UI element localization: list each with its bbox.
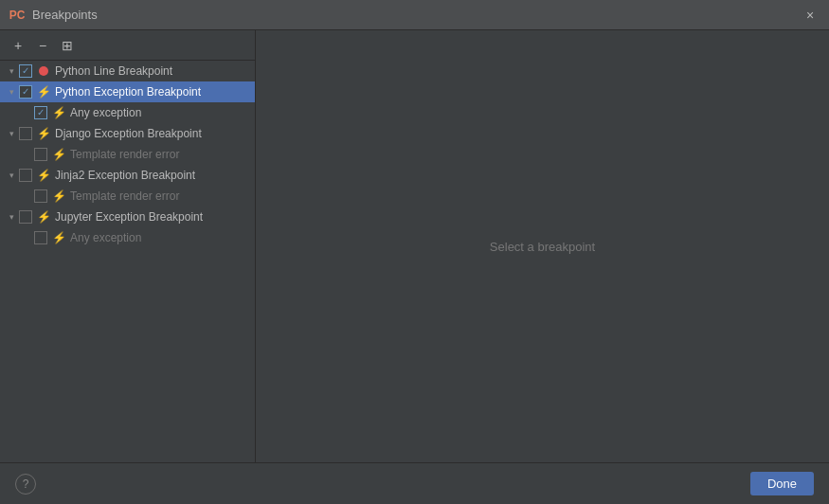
label-jupyter-exception-any: Any exception (70, 231, 141, 244)
icon-python-exception: ⚡ (36, 84, 51, 99)
label-django-exception-template: Template render error (70, 148, 179, 161)
label-python-exception-any: Any exception (70, 106, 141, 119)
checkbox-python-line[interactable] (19, 64, 32, 78)
right-panel: Select a breakpoint (256, 30, 829, 462)
tree-item-django-exception[interactable]: ⚡Django Exception Breakpoint (0, 123, 255, 144)
icon-django-exception-template: ⚡ (51, 147, 66, 162)
remove-button[interactable]: − (32, 35, 53, 56)
expand-arrow-jupyter-exception[interactable] (4, 209, 19, 225)
tree-item-python-exception[interactable]: ⚡Python Exception Breakpoint (0, 81, 255, 102)
left-panel: + − ⊞ Python Line Breakpoint⚡Python Exce… (0, 30, 256, 462)
icon-jinja2-exception: ⚡ (36, 168, 51, 183)
help-button[interactable]: ? (15, 474, 36, 495)
add-button[interactable]: + (8, 35, 28, 56)
expand-arrow-jinja2-exception[interactable] (4, 168, 19, 183)
checkbox-django-exception[interactable] (19, 127, 32, 140)
toolbar: + − ⊞ (0, 30, 255, 61)
checkbox-python-exception[interactable] (19, 85, 32, 99)
checkbox-django-exception-template[interactable] (34, 148, 47, 161)
icon-jupyter-exception-any: ⚡ (51, 230, 66, 245)
tree-item-jinja2-exception-template[interactable]: ⚡Template render error (0, 186, 255, 207)
done-button[interactable]: Done (750, 472, 814, 495)
checkbox-jinja2-exception[interactable] (19, 169, 32, 182)
dialog-title: Breakpoints (32, 8, 801, 22)
breakpoint-tree: Python Line Breakpoint⚡Python Exception … (0, 61, 255, 462)
app-icon: PC (9, 8, 25, 23)
tree-item-jinja2-exception[interactable]: ⚡Jinja2 Exception Breakpoint (0, 165, 255, 186)
expand-arrow-django-exception[interactable] (4, 126, 19, 141)
close-button[interactable]: × (801, 6, 820, 25)
icon-python-line (36, 63, 51, 79)
label-jupyter-exception: Jupyter Exception Breakpoint (55, 210, 203, 224)
icon-jupyter-exception: ⚡ (36, 209, 51, 225)
main-content: + − ⊞ Python Line Breakpoint⚡Python Exce… (0, 30, 829, 462)
checkbox-jupyter-exception[interactable] (19, 210, 32, 224)
view-button[interactable]: ⊞ (57, 35, 78, 56)
checkbox-jinja2-exception-template[interactable] (34, 189, 47, 203)
icon-jinja2-exception-template: ⚡ (51, 189, 66, 204)
checkbox-jupyter-exception-any[interactable] (34, 231, 47, 244)
label-python-line: Python Line Breakpoint (55, 64, 172, 78)
label-python-exception: Python Exception Breakpoint (55, 85, 201, 99)
tree-item-python-line[interactable]: Python Line Breakpoint (0, 61, 255, 81)
tree-item-jupyter-exception-any[interactable]: ⚡Any exception (0, 227, 255, 248)
label-jinja2-exception-template: Template render error (70, 189, 179, 203)
tree-item-django-exception-template[interactable]: ⚡Template render error (0, 144, 255, 165)
footer: ? Done (0, 462, 829, 504)
tree-item-python-exception-any[interactable]: ⚡Any exception (0, 102, 255, 123)
title-bar: PC Breakpoints × (0, 0, 829, 30)
expand-arrow-python-exception[interactable] (4, 84, 19, 99)
tree-item-jupyter-exception[interactable]: ⚡Jupyter Exception Breakpoint (0, 207, 255, 227)
select-breakpoint-hint: Select a breakpoint (490, 240, 595, 254)
expand-arrow-python-line[interactable] (4, 63, 19, 79)
label-django-exception: Django Exception Breakpoint (55, 127, 202, 140)
icon-django-exception: ⚡ (36, 126, 51, 141)
checkbox-python-exception-any[interactable] (34, 106, 47, 119)
label-jinja2-exception: Jinja2 Exception Breakpoint (55, 169, 195, 182)
icon-python-exception-any: ⚡ (51, 105, 66, 120)
